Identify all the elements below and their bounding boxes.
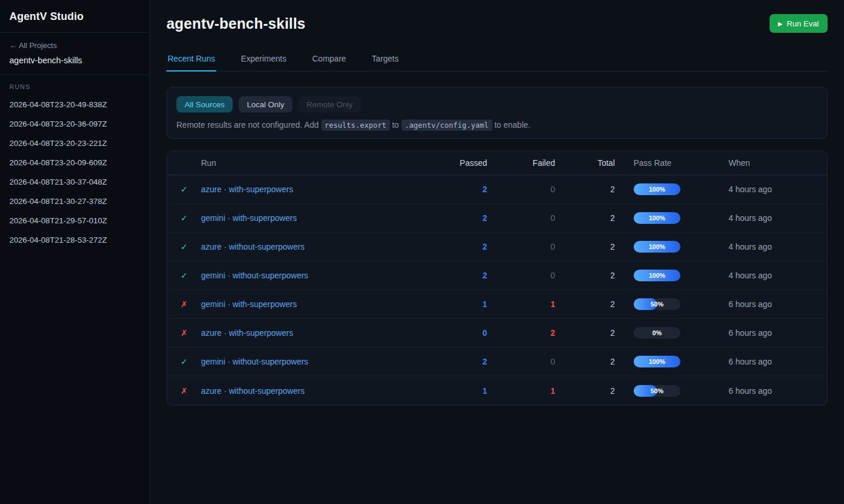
code-results-export: results.export bbox=[321, 120, 390, 131]
run-eval-button[interactable]: ▶ Run Eval bbox=[770, 14, 828, 33]
filter-pill-remote-only: Remote Only bbox=[298, 96, 361, 113]
source-filter-pills: All SourcesLocal OnlyRemote Only bbox=[176, 96, 818, 113]
pass-rate-badge: 100% bbox=[634, 212, 680, 224]
when-cell: 6 hours ago bbox=[729, 386, 827, 396]
table-row: ✓gemini · with-superpowers202100%4 hours… bbox=[167, 204, 827, 233]
pass-rate-label: 50% bbox=[634, 298, 680, 310]
pass-rate-label: 0% bbox=[634, 327, 680, 339]
failed-count: 0 bbox=[488, 271, 556, 280]
sidebar-run-item[interactable]: 2026-04-08T21-29-57-010Z bbox=[0, 211, 149, 230]
failed-count: 2 bbox=[488, 328, 556, 338]
runs-section-label: RUNS bbox=[0, 83, 149, 95]
run-link[interactable]: azure · with-superpowers bbox=[201, 328, 293, 338]
passed-count: 1 bbox=[437, 299, 488, 309]
passed-count: 2 bbox=[437, 271, 488, 280]
sidebar-header: AgentV Studio bbox=[0, 0, 149, 33]
passed-count: 2 bbox=[437, 242, 488, 251]
pass-rate-label: 100% bbox=[634, 270, 680, 281]
filter-pill-all-sources[interactable]: All Sources bbox=[176, 96, 233, 113]
pass-rate-badge: 0% bbox=[634, 327, 680, 339]
pass-rate-cell: 100% bbox=[616, 356, 729, 367]
remote-config-note: Remote results are not configured. Add r… bbox=[176, 120, 818, 130]
run-link[interactable]: azure · without-superpowers bbox=[201, 386, 305, 396]
all-projects-link[interactable]: ← All Projects bbox=[9, 41, 140, 50]
sidebar-run-item[interactable]: 2026-04-08T23-20-23-221Z bbox=[0, 134, 149, 153]
sidebar-run-item[interactable]: 2026-04-08T21-30-27-378Z bbox=[0, 192, 149, 211]
pass-rate-badge: 100% bbox=[634, 183, 680, 195]
failed-count: 0 bbox=[488, 213, 556, 223]
sidebar-project-name: agentv-bench-skills bbox=[9, 56, 140, 65]
passed-count: 2 bbox=[437, 357, 488, 366]
passed-count: 1 bbox=[437, 386, 488, 396]
total-count: 2 bbox=[556, 386, 616, 396]
passed-count: 0 bbox=[437, 328, 488, 338]
total-count: 2 bbox=[556, 271, 616, 280]
when-cell: 6 hours ago bbox=[729, 357, 827, 366]
run-link[interactable]: gemini · without-superpowers bbox=[201, 357, 308, 366]
when-cell: 6 hours ago bbox=[729, 299, 827, 309]
table-header-row: RunPassedFailedTotalPass RateWhen bbox=[167, 151, 827, 175]
sidebar-run-item[interactable]: 2026-04-08T21-28-53-272Z bbox=[0, 230, 149, 250]
tab-compare[interactable]: Compare bbox=[311, 49, 348, 71]
play-icon: ▶ bbox=[778, 21, 783, 27]
run-cell: gemini · without-superpowers bbox=[201, 356, 437, 367]
pass-rate-label: 50% bbox=[634, 385, 680, 397]
total-count: 2 bbox=[556, 242, 616, 251]
sidebar-project-section: ← All Projects agentv-bench-skills bbox=[0, 33, 149, 75]
total-count: 2 bbox=[556, 299, 616, 309]
when-cell: 4 hours ago bbox=[729, 242, 827, 251]
pass-rate-cell: 50% bbox=[616, 298, 729, 310]
sidebar-run-item[interactable]: 2026-04-08T23-20-09-609Z bbox=[0, 153, 149, 172]
pass-rate-cell: 100% bbox=[616, 241, 729, 253]
run-cell: azure · without-superpowers bbox=[201, 386, 437, 396]
sidebar-runs-section: RUNS 2026-04-08T23-20-49-838Z2026-04-08T… bbox=[0, 75, 149, 256]
app-title: AgentV Studio bbox=[9, 11, 140, 23]
filter-pill-local-only[interactable]: Local Only bbox=[239, 96, 292, 113]
sidebar-run-item[interactable]: 2026-04-08T21-30-37-048Z bbox=[0, 172, 149, 192]
pass-rate-label: 100% bbox=[634, 183, 680, 195]
pass-rate-cell: 100% bbox=[616, 212, 729, 224]
table-row: ✗azure · without-superpowers11250%6 hour… bbox=[167, 376, 827, 405]
table-row: ✓azure · with-superpowers202100%4 hours … bbox=[167, 175, 827, 204]
column-header-when: When bbox=[729, 158, 827, 168]
table-row: ✗azure · with-superpowers0220%6 hours ag… bbox=[167, 319, 827, 348]
table-row: ✗gemini · with-superpowers11250%6 hours … bbox=[167, 290, 827, 319]
total-count: 2 bbox=[556, 185, 616, 194]
note-text: to enable. bbox=[492, 120, 530, 130]
pass-rate-label: 100% bbox=[634, 241, 680, 253]
total-count: 2 bbox=[556, 328, 616, 338]
tab-targets[interactable]: Targets bbox=[370, 49, 400, 71]
run-link[interactable]: gemini · without-superpowers bbox=[201, 271, 308, 280]
fail-icon: ✗ bbox=[167, 299, 201, 309]
sidebar-run-item[interactable]: 2026-04-08T23-20-49-838Z bbox=[0, 95, 149, 114]
pass-rate-badge: 100% bbox=[634, 241, 680, 253]
pass-rate-cell: 100% bbox=[616, 270, 729, 281]
column-header-total: Total bbox=[556, 158, 616, 168]
run-link[interactable]: azure · without-superpowers bbox=[201, 242, 305, 251]
pass-rate-cell: 100% bbox=[616, 183, 729, 195]
pass-icon: ✓ bbox=[167, 357, 201, 366]
tab-recent-runs[interactable]: Recent Runs bbox=[166, 49, 216, 71]
column-header-run: Run bbox=[201, 158, 437, 168]
total-count: 2 bbox=[556, 213, 616, 223]
table-row: ✓gemini · without-superpowers202100%6 ho… bbox=[167, 348, 827, 376]
runs-table: RunPassedFailedTotalPass RateWhen ✓azure… bbox=[166, 151, 828, 406]
run-link[interactable]: azure · with-superpowers bbox=[201, 185, 293, 194]
run-link[interactable]: gemini · with-superpowers bbox=[201, 299, 297, 309]
fail-icon: ✗ bbox=[167, 386, 201, 396]
run-link[interactable]: gemini · with-superpowers bbox=[201, 213, 297, 223]
page-title: agentv-bench-skills bbox=[166, 15, 305, 32]
failed-count: 0 bbox=[488, 242, 556, 251]
pass-icon: ✓ bbox=[167, 213, 201, 223]
table-body: ✓azure · with-superpowers202100%4 hours … bbox=[167, 175, 827, 405]
sidebar-run-item[interactable]: 2026-04-08T23-20-36-097Z bbox=[0, 114, 149, 134]
column-header-passed: Passed bbox=[437, 158, 488, 168]
runs-list: 2026-04-08T23-20-49-838Z2026-04-08T23-20… bbox=[0, 95, 149, 250]
pass-rate-label: 100% bbox=[634, 212, 680, 224]
note-text: to bbox=[390, 120, 401, 130]
main-header: agentv-bench-skills ▶ Run Eval bbox=[166, 14, 828, 33]
pass-rate-badge: 100% bbox=[634, 270, 680, 281]
when-cell: 6 hours ago bbox=[729, 328, 827, 338]
tab-experiments[interactable]: Experiments bbox=[240, 49, 288, 71]
passed-count: 2 bbox=[437, 185, 488, 194]
